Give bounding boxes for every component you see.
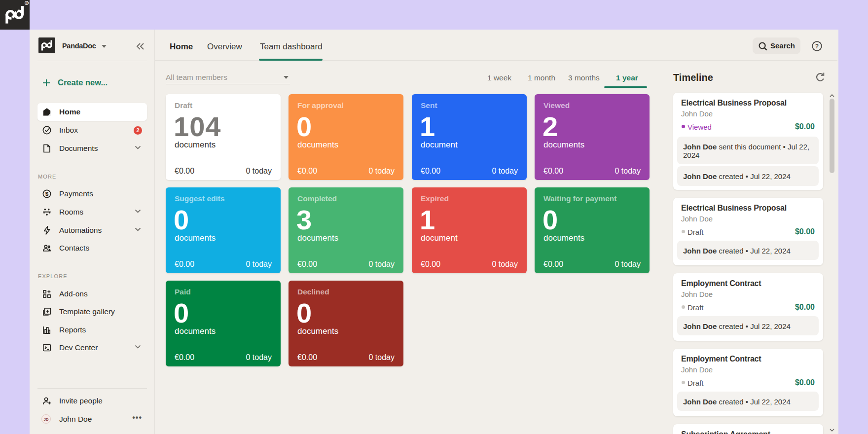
svg-text:?: ? (815, 43, 819, 50)
svg-text:R: R (26, 1, 28, 4)
svg-text:$: $ (45, 191, 49, 197)
